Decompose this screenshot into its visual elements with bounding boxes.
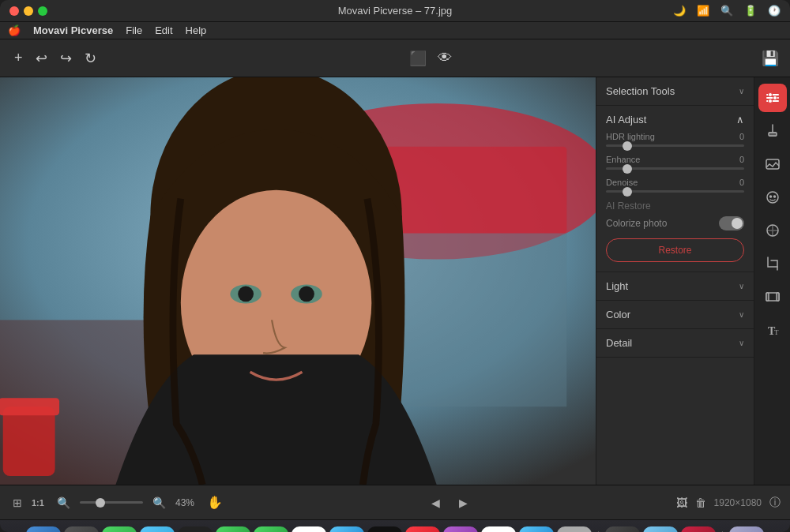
title-bar: Movavi Picverse – 77.jpg 🌙 📶 🔍 🔋 🕐 bbox=[0, 0, 790, 22]
mask-icon[interactable] bbox=[758, 216, 787, 245]
help-menu[interactable]: Help bbox=[186, 24, 207, 36]
fit-button[interactable]: ⊞ bbox=[9, 495, 25, 511]
enhance-slider-track[interactable] bbox=[606, 167, 744, 170]
right-panel: Selection Tools AI Adjust HDR lighting 0 bbox=[596, 77, 754, 485]
canvas-area[interactable] bbox=[0, 77, 596, 485]
apple-menu[interactable]: 🍎 bbox=[8, 24, 21, 36]
dock-music[interactable]: 🎵 bbox=[405, 526, 440, 533]
add-button[interactable]: + bbox=[11, 47, 26, 69]
hdr-slider-thumb[interactable] bbox=[623, 141, 632, 151]
svg-rect-11 bbox=[3, 406, 55, 476]
dock-messages[interactable]: 💬 bbox=[102, 526, 137, 533]
hdr-slider-row: HDR lighting 0 bbox=[606, 132, 744, 147]
zoom-out-button[interactable]: 🔍 bbox=[54, 495, 73, 511]
restore-button[interactable]: Restore bbox=[606, 238, 744, 262]
dock-preview[interactable]: 🖥 bbox=[605, 526, 640, 533]
dock-facetime[interactable]: 📷 bbox=[216, 526, 250, 533]
light-chevron bbox=[739, 282, 744, 290]
color-section-header[interactable]: Color bbox=[596, 301, 754, 329]
dock-tv[interactable]: 📺 bbox=[367, 526, 402, 533]
light-section-header[interactable]: Light bbox=[596, 272, 754, 301]
svg-rect-19 bbox=[769, 133, 777, 136]
save-button[interactable]: 💾 bbox=[762, 50, 779, 67]
dock-podcasts[interactable]: 🎙 bbox=[443, 526, 478, 533]
maximize-button[interactable] bbox=[38, 6, 47, 16]
dock-icloud[interactable]: ☁ bbox=[643, 526, 678, 533]
toolbar: + ↩ ↪ ↻ ⬛ 👁 💾 bbox=[0, 39, 790, 77]
color-chevron bbox=[739, 310, 744, 319]
next-image-button[interactable]: ▶ bbox=[453, 493, 474, 512]
prev-image-button[interactable]: ◀ bbox=[425, 493, 446, 512]
crop-icon[interactable] bbox=[758, 249, 787, 278]
selection-tools-chevron bbox=[739, 87, 744, 96]
svg-point-18 bbox=[768, 99, 772, 103]
traffic-lights[interactable] bbox=[9, 6, 47, 16]
photo-canvas bbox=[0, 77, 596, 485]
main-area: Selection Tools AI Adjust HDR lighting 0 bbox=[0, 77, 790, 485]
film-icon[interactable] bbox=[758, 283, 787, 311]
zoom-slider-track[interactable] bbox=[80, 501, 143, 504]
dock-maps[interactable]: 🗺 bbox=[140, 526, 175, 533]
sliders-icon[interactable] bbox=[758, 84, 787, 112]
compare-button[interactable]: ⬛ bbox=[409, 50, 427, 67]
dock-appstore[interactable]: 🛒 bbox=[519, 526, 554, 533]
selection-tools-label: Selection Tools bbox=[606, 85, 675, 97]
detail-section-header[interactable]: Detail bbox=[596, 329, 754, 358]
hdr-slider-track[interactable] bbox=[606, 144, 744, 147]
ai-restore-label: AI Restore bbox=[606, 200, 744, 212]
denoise-slider-thumb[interactable] bbox=[623, 187, 632, 197]
zoom-slider-thumb[interactable] bbox=[96, 498, 105, 508]
face-icon[interactable] bbox=[758, 183, 787, 212]
bottom-left: ⊞ 1:1 🔍 🔍 43% ✋ bbox=[9, 495, 223, 511]
dock-photos[interactable]: 🌸 bbox=[178, 526, 213, 533]
ai-adjust-chevron bbox=[736, 114, 744, 126]
rotate-button[interactable]: ↻ bbox=[81, 47, 100, 70]
dock: 🔍 🧩 💬 🗺 🌸 📷 ☎ NOV 28 📬 📺 🎵 🎙 📰 🛒 ⚙ 🖥 ☁ 🎬… bbox=[0, 519, 790, 532]
search-icon: 🔍 bbox=[720, 5, 733, 17]
preview-button[interactable]: 👁 bbox=[438, 50, 452, 67]
ai-adjust-label: AI Adjust bbox=[606, 114, 646, 126]
hand-tool-icon[interactable]: ✋ bbox=[207, 495, 223, 510]
info-button[interactable]: ⓘ bbox=[769, 496, 781, 510]
zoom-in-button[interactable]: 🔍 bbox=[149, 495, 169, 511]
svg-rect-26 bbox=[766, 293, 769, 301]
enhance-label: Enhance bbox=[606, 155, 640, 164]
dock-preferences[interactable]: ⚙ bbox=[557, 526, 592, 533]
svg-point-23 bbox=[773, 196, 775, 197]
enhance-slider-row: Enhance 0 bbox=[606, 155, 744, 170]
zoom-ratio: 1:1 bbox=[32, 498, 47, 508]
window-title: Movavi Picverse – 77.jpg bbox=[338, 5, 453, 17]
file-menu[interactable]: File bbox=[126, 24, 142, 36]
dock-news[interactable]: 📰 bbox=[481, 526, 516, 533]
close-button[interactable] bbox=[9, 6, 19, 16]
undo-button[interactable]: ↩ bbox=[32, 47, 51, 70]
text-icon[interactable]: T T bbox=[758, 316, 787, 344]
battery-icon: 🔋 bbox=[744, 5, 757, 17]
dock-phone[interactable]: ☎ bbox=[254, 526, 288, 533]
dock-calendar[interactable]: NOV 28 bbox=[292, 526, 326, 533]
thumbnail-button[interactable]: 🖼 bbox=[676, 496, 687, 509]
dock-trash[interactable]: 🗑 bbox=[729, 526, 764, 533]
dock-launchpad[interactable]: 🧩 bbox=[64, 526, 99, 533]
title-bar-right: 🌙 📶 🔍 🔋 🕐 bbox=[673, 5, 781, 17]
selection-tools-header[interactable]: Selection Tools bbox=[596, 77, 754, 106]
edit-menu[interactable]: Edit bbox=[155, 24, 172, 36]
dock-mail[interactable]: 📬 bbox=[329, 526, 364, 533]
stamp-icon[interactable] bbox=[758, 117, 787, 145]
hdr-value: 0 bbox=[739, 132, 744, 141]
app-menu[interactable]: Movavi Picverse bbox=[33, 24, 113, 36]
wifi-icon: 📶 bbox=[697, 5, 709, 17]
colorize-toggle[interactable] bbox=[719, 216, 744, 230]
image-overlay-icon[interactable] bbox=[758, 150, 787, 178]
enhance-slider-thumb[interactable] bbox=[623, 164, 632, 174]
redo-button[interactable]: ↪ bbox=[57, 47, 75, 70]
delete-button[interactable]: 🗑 bbox=[695, 496, 706, 509]
minimize-button[interactable] bbox=[24, 6, 33, 16]
enhance-value: 0 bbox=[739, 155, 744, 164]
dock-movavi[interactable]: 🎬 bbox=[681, 526, 716, 533]
detail-label: Detail bbox=[606, 337, 632, 349]
ai-adjust-header[interactable]: AI Adjust bbox=[606, 106, 744, 132]
svg-rect-27 bbox=[777, 293, 779, 301]
dock-finder[interactable]: 🔍 bbox=[26, 526, 61, 533]
denoise-slider-track[interactable] bbox=[606, 190, 744, 193]
